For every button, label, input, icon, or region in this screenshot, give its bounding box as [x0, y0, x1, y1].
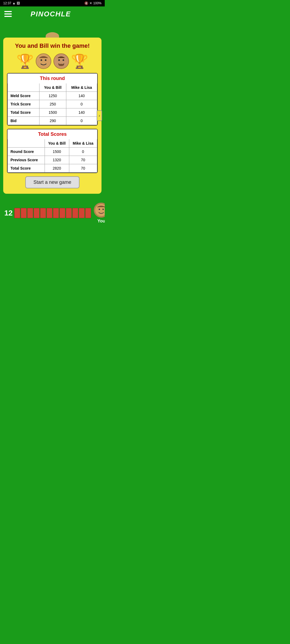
grand-total-row: Total Score 2820 70 [8, 164, 97, 173]
start-new-game-button[interactable]: Start a new game [25, 176, 79, 188]
this-round-scores: You & Bill Mike & Lisa Meld Score 1250 1… [8, 83, 97, 125]
total-score-row: Total Score 1500 140 [8, 108, 97, 117]
meld-score-label: Meld Score [8, 92, 39, 100]
green-space [0, 21, 105, 38]
app-title: PINOCHLE [12, 10, 90, 18]
previous-score-label: Previous Score [8, 156, 45, 164]
menu-button[interactable] [4, 11, 12, 17]
trophy-right: 🏆 [71, 54, 88, 68]
total-header: You & Bill Mike & Lisa [8, 139, 97, 148]
trick-score-row: Trick Score 250 0 [8, 100, 97, 108]
meld-score-mikelisa: 140 [66, 92, 97, 100]
battery: 100% [93, 1, 102, 5]
card-hand [14, 208, 91, 218]
col-empty2 [8, 139, 45, 148]
col-mike-lisa2: Mike & Lisa [69, 139, 97, 148]
bid-youbill: 290 [39, 117, 66, 125]
card-6 [46, 208, 52, 218]
player-you-label: You [97, 219, 105, 224]
bid-label: Bid [8, 117, 39, 125]
main-content: You and Bill win the game! 🏆 [0, 38, 105, 194]
winners-row: 🏆 [7, 53, 98, 69]
card-4 [34, 208, 39, 218]
card-11 [79, 208, 85, 218]
round-score-label: Round Score [8, 148, 45, 156]
card-count: 12 [4, 209, 13, 217]
total-scores-title: Total Scores [8, 129, 97, 139]
card-2 [21, 208, 27, 218]
col-you-bill2: You & Bill [45, 139, 69, 148]
svg-point-9 [103, 209, 104, 210]
player-you-avatar [94, 203, 105, 218]
face-you [35, 53, 52, 69]
hamburger-line-2 [4, 13, 12, 14]
meld-score-row: Meld Score 1250 140 [8, 92, 97, 100]
total-score-mikelisa: 140 [66, 108, 97, 117]
trick-score-youbill: 250 [39, 100, 66, 108]
this-round-table: This round You & Bill Mike & Lisa Meld S… [7, 73, 98, 126]
round-score-youbill: 1500 [45, 148, 69, 156]
bottom-bar: 12 You [0, 194, 105, 231]
trick-score-label: Trick Score [8, 100, 39, 108]
win-title: You and Bill win the game! [7, 42, 98, 49]
card-10 [72, 208, 78, 218]
card-3 [27, 208, 33, 218]
player-you: You [94, 203, 105, 224]
previous-score-row: Previous Score 1320 70 [8, 156, 97, 164]
hamburger-line-3 [4, 16, 12, 17]
svg-point-7 [95, 204, 105, 217]
face-bill [53, 53, 69, 69]
hand-area: 12 [4, 208, 91, 218]
image-icon: 🖼 [17, 1, 20, 5]
svg-point-8 [99, 209, 100, 210]
next-arrow[interactable]: › [97, 110, 102, 121]
status-bar: 12:37 ▲ 🖼 🔇 ✕ 100% [0, 0, 105, 6]
round-score-mikelisa: 0 [69, 148, 97, 156]
svg-point-6 [59, 64, 64, 66]
col-mike-lisa: Mike & Lisa [66, 83, 97, 92]
bid-mikelisa: 0 [66, 117, 97, 125]
round-score-row: Round Score 1500 0 [8, 148, 97, 156]
status-right: 🔇 ✕ 100% [84, 1, 102, 5]
time: 12:37 [3, 1, 11, 5]
col-empty [8, 83, 39, 92]
hamburger-line-1 [4, 11, 12, 12]
card-8 [59, 208, 65, 218]
svg-point-2 [45, 59, 46, 61]
previous-score-mikelisa: 70 [69, 156, 97, 164]
signal-icon: ✕ [89, 1, 92, 5]
app-header: PINOCHLE [0, 6, 105, 21]
meld-score-youbill: 1250 [39, 92, 66, 100]
bid-row: Bid 290 0 [8, 117, 97, 125]
grand-total-label: Total Score [8, 164, 45, 173]
this-round-header: You & Bill Mike & Lisa [8, 83, 97, 92]
card-5 [40, 208, 46, 218]
grand-total-mikelisa: 70 [69, 164, 97, 173]
this-round-title: This round [8, 74, 97, 83]
grand-total-youbill: 2820 [45, 164, 69, 173]
total-scores: You & Bill Mike & Lisa Round Score 1500 … [8, 139, 97, 173]
card-12 [85, 208, 91, 218]
trick-score-mikelisa: 0 [66, 100, 97, 108]
result-modal: You and Bill win the game! 🏆 [3, 38, 102, 194]
svg-point-4 [58, 59, 60, 61]
card-1 [14, 208, 20, 218]
col-you-bill: You & Bill [39, 83, 66, 92]
card-7 [53, 208, 59, 218]
svg-point-0 [36, 54, 51, 69]
total-scores-table: Total Scores You & Bill Mike & Lisa Roun… [7, 129, 98, 173]
total-score-youbill: 1500 [39, 108, 66, 117]
total-score-label: Total Score [8, 108, 39, 117]
trophy-left: 🏆 [16, 54, 34, 68]
previous-score-youbill: 1320 [45, 156, 69, 164]
svg-point-5 [63, 59, 64, 61]
status-left: 12:37 ▲ 🖼 [3, 1, 20, 5]
alert-icon: ▲ [12, 1, 16, 5]
mute-icon: 🔇 [84, 1, 88, 5]
card-9 [66, 208, 72, 218]
svg-point-3 [54, 54, 69, 69]
svg-point-1 [41, 59, 42, 61]
